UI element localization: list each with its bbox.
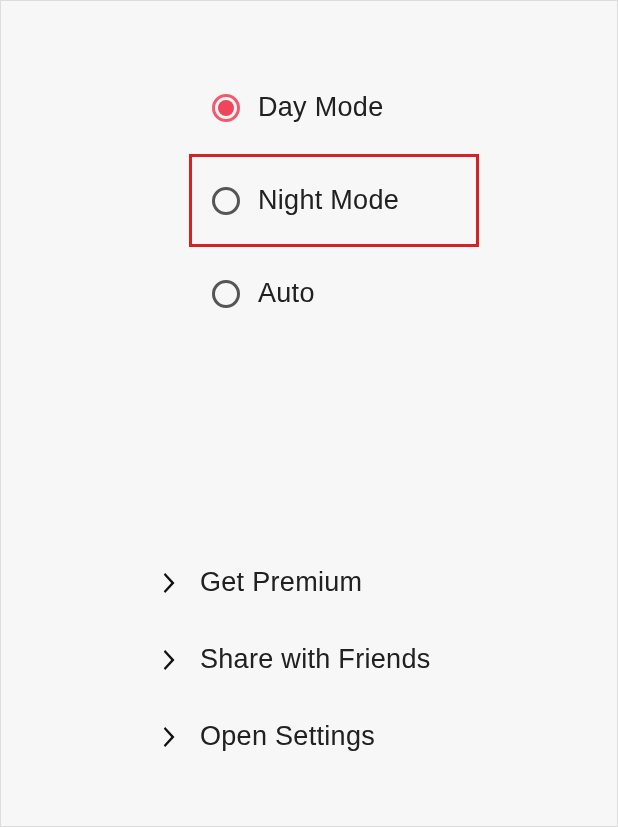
menu-label-share: Share with Friends bbox=[200, 644, 431, 675]
radio-label-auto: Auto bbox=[258, 278, 315, 309]
chevron-right-icon bbox=[156, 570, 182, 596]
action-menu-list: Get Premium Share with Friends Open Sett… bbox=[146, 549, 566, 780]
radio-label-night: Night Mode bbox=[258, 185, 399, 216]
menu-item-settings[interactable]: Open Settings bbox=[146, 703, 566, 770]
menu-item-share[interactable]: Share with Friends bbox=[146, 626, 566, 693]
menu-label-premium: Get Premium bbox=[200, 567, 362, 598]
chevron-right-icon bbox=[156, 724, 182, 750]
radio-unselected-icon bbox=[212, 280, 240, 308]
radio-auto-mode[interactable]: Auto bbox=[189, 247, 479, 340]
radio-selected-icon bbox=[212, 94, 240, 122]
menu-label-settings: Open Settings bbox=[200, 721, 375, 752]
theme-mode-radio-group: Day Mode Night Mode Auto bbox=[189, 61, 479, 340]
radio-unselected-icon bbox=[212, 187, 240, 215]
radio-night-mode[interactable]: Night Mode bbox=[189, 154, 479, 247]
radio-day-mode[interactable]: Day Mode bbox=[189, 61, 479, 154]
menu-item-premium[interactable]: Get Premium bbox=[146, 549, 566, 616]
radio-label-day: Day Mode bbox=[258, 92, 383, 123]
chevron-right-icon bbox=[156, 647, 182, 673]
